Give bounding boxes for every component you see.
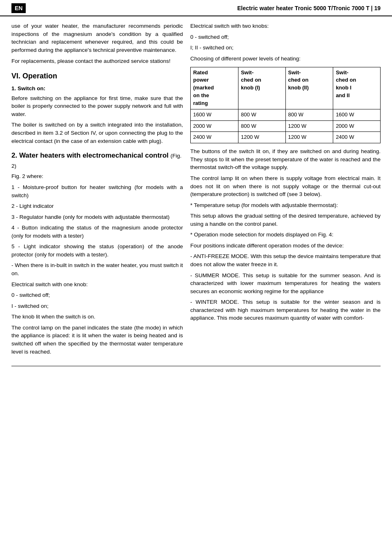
row3-knob1: 1200 W	[238, 132, 285, 143]
table-row: 1600 W 800 W 800 W 1600 W	[191, 109, 381, 120]
switch-on-para2: The boiler is switched on by a switch in…	[11, 121, 183, 145]
elec-one-knob: Electrical switch with one knob:	[11, 281, 183, 289]
row1-rated: 1600 W	[191, 109, 238, 120]
main-content: use of your water heater, the manufactur…	[0, 22, 392, 358]
left-column: use of your water heater, the manufactur…	[11, 22, 183, 358]
buttons-para: The buttons of the switch lit on, if the…	[190, 147, 381, 171]
page-container: EN Electric water heater Tronic 5000 T/T…	[0, 0, 392, 541]
bottom-divider	[11, 366, 381, 366]
op-mode-heading: * Operation mode selection for models di…	[190, 231, 381, 239]
intro-paragraph: use of your water heater, the manufactur…	[11, 22, 183, 54]
table-header-knob1: Swit-ched onknob (I)	[238, 67, 285, 109]
replacements-paragraph: For replacements, please contact the aut…	[11, 57, 183, 65]
item-2: 2 - Light indicator	[11, 202, 183, 210]
row2-knob2: 1200 W	[285, 120, 333, 132]
i-ii-on: I; II - switched on;	[190, 44, 381, 52]
winter-mode: - WINTER MODE. This setup is suitable fo…	[190, 298, 381, 322]
page-header: EN Electric water heater Tronic 5000 T/T…	[0, 0, 392, 16]
temp-setup-para: This setup allows the gradual setting of…	[190, 212, 381, 228]
row3-knob2: 1200 W	[285, 132, 333, 143]
fig2-where: Fig. 2 where:	[11, 172, 183, 180]
row2-both: 2000 W	[333, 120, 381, 132]
table-header-both: Swit-ched onknob Iand II	[333, 67, 381, 109]
elec-two-knobs: Electrical switch with two knobs:	[190, 22, 381, 30]
table-header-knob2: Swit-ched onknob (II)	[285, 67, 333, 109]
item-3: 3 - Regulator handle (only for models wi…	[11, 213, 183, 221]
row3-rated: 2400 W	[191, 132, 238, 143]
i-on: I - switched on;	[11, 302, 183, 310]
when-builtin: - When there is in-built in switch in th…	[11, 261, 183, 277]
row1-knob1: 800 W	[238, 109, 285, 120]
zero-off-right: 0 - switched off;	[190, 33, 381, 41]
anti-freeze-mode: - ANTI-FREEZE MODE. With this setup the …	[190, 252, 381, 268]
table-row: 2400 W 1200 W 1200 W 2400 W	[191, 132, 381, 143]
row2-knob1: 800 W	[238, 120, 285, 132]
item-1: 1 - Moisture-proof button for heater swi…	[11, 183, 183, 199]
page-title: Electric water heater Tronic 5000 T/Tron…	[237, 4, 381, 12]
item-5: 5 - Light indicator showing the status (…	[11, 243, 183, 258]
right-column: Electrical switch with two knobs: 0 - sw…	[190, 22, 381, 358]
table-header-rated: Ratedpower(markedon therating	[191, 67, 238, 109]
vi-operation-heading: VI. Operation	[11, 71, 183, 81]
item-4: 4 - Button indicating the status of the …	[11, 224, 183, 240]
row1-knob2: 800 W	[285, 109, 333, 120]
row3-both: 2400 W	[333, 132, 381, 143]
power-table: Ratedpower(markedon therating Swit-ched …	[190, 67, 381, 144]
row2-rated: 2000 W	[191, 120, 238, 132]
row1-both: 1600 W	[333, 109, 381, 120]
op-mode-para: Four positions indicate different operat…	[190, 242, 381, 250]
control-lamp-para-right: The control lamp lit on when there is su…	[190, 174, 381, 198]
lang-label: EN	[11, 3, 26, 13]
section2-heading: 2. Water heaters with electromechanical …	[11, 151, 183, 171]
zero-off-left: 0 - switched off;	[11, 291, 183, 299]
knob-lit: The knob lit when the switch is on.	[11, 313, 183, 321]
choosing-intro: Choosing of different power levels of he…	[190, 55, 381, 63]
control-lamp-para-left: The control lamp on the panel indicates …	[11, 324, 183, 356]
summer-mode: - SUMMER MODE. This setup is suitable fo…	[190, 272, 381, 296]
switch-on-para1: Before switching on the appliance for fi…	[11, 94, 183, 118]
table-row: 2000 W 800 W 1200 W 2000 W	[191, 120, 381, 132]
temp-setup-heading: * Temperature setup (for models with adj…	[190, 201, 381, 209]
switch-on-heading: 1. Switch on:	[11, 85, 183, 93]
